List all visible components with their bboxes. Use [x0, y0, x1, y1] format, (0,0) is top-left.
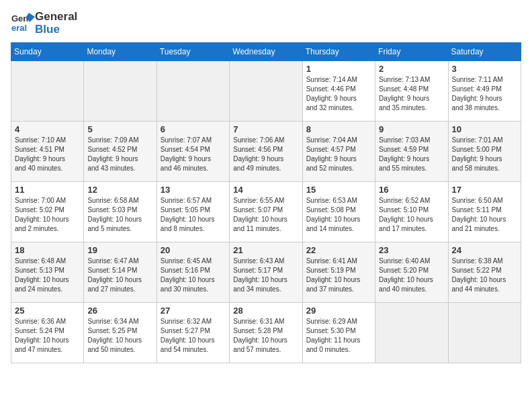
- day-info: Sunrise: 7:00 AMSunset: 5:02 PMDaylight:…: [15, 196, 80, 234]
- calendar-header-monday: Monday: [84, 43, 157, 61]
- day-number: 29: [306, 306, 371, 316]
- calendar-day-cell: 3Sunrise: 7:11 AMSunset: 4:49 PMDaylight…: [448, 61, 521, 122]
- calendar-day-cell: 22Sunrise: 6:41 AMSunset: 5:19 PMDayligh…: [302, 242, 375, 303]
- calendar-day-cell: 12Sunrise: 6:58 AMSunset: 5:03 PMDayligh…: [84, 182, 157, 242]
- calendar-day-cell: [84, 61, 157, 122]
- day-number: 15: [306, 185, 371, 195]
- calendar-day-cell: 13Sunrise: 6:57 AMSunset: 5:05 PMDayligh…: [157, 182, 229, 242]
- calendar-day-cell: 2Sunrise: 7:13 AMSunset: 4:48 PMDaylight…: [375, 61, 448, 122]
- day-info: Sunrise: 6:57 AMSunset: 5:05 PMDaylight:…: [161, 196, 226, 234]
- calendar-day-cell: 19Sunrise: 6:47 AMSunset: 5:14 PMDayligh…: [84, 242, 157, 303]
- logo-blue: Blue: [35, 24, 77, 36]
- day-info: Sunrise: 6:29 AMSunset: 5:30 PMDaylight:…: [306, 317, 371, 355]
- day-number: 25: [15, 306, 80, 316]
- day-info: Sunrise: 7:14 AMSunset: 4:46 PMDaylight:…: [306, 75, 371, 113]
- calendar-day-cell: 27Sunrise: 6:32 AMSunset: 5:27 PMDayligh…: [157, 303, 229, 363]
- day-info: Sunrise: 7:07 AMSunset: 4:54 PMDaylight:…: [161, 136, 226, 173]
- day-number: 28: [233, 306, 298, 316]
- day-number: 22: [306, 245, 371, 255]
- calendar-day-cell: 10Sunrise: 7:01 AMSunset: 5:00 PMDayligh…: [448, 122, 521, 182]
- day-info: Sunrise: 7:13 AMSunset: 4:48 PMDaylight:…: [379, 75, 444, 113]
- day-info: Sunrise: 6:38 AMSunset: 5:22 PMDaylight:…: [452, 257, 517, 294]
- calendar-day-cell: 18Sunrise: 6:48 AMSunset: 5:13 PMDayligh…: [11, 242, 84, 303]
- day-info: Sunrise: 7:11 AMSunset: 4:49 PMDaylight:…: [452, 75, 517, 113]
- day-number: 2: [379, 64, 444, 74]
- logo-container: Gen eral General Blue: [11, 11, 77, 36]
- calendar-header-thursday: Thursday: [302, 43, 375, 61]
- calendar-header-friday: Friday: [375, 43, 448, 61]
- day-info: Sunrise: 6:47 AMSunset: 5:14 PMDaylight:…: [87, 257, 152, 294]
- page-header: Gen eral General Blue: [11, 11, 521, 36]
- calendar-day-cell: 20Sunrise: 6:45 AMSunset: 5:16 PMDayligh…: [157, 242, 229, 303]
- calendar-day-cell: 11Sunrise: 7:00 AMSunset: 5:02 PMDayligh…: [11, 182, 84, 242]
- calendar-day-cell: 4Sunrise: 7:10 AMSunset: 4:51 PMDaylight…: [11, 122, 84, 182]
- day-info: Sunrise: 6:31 AMSunset: 5:28 PMDaylight:…: [233, 317, 298, 355]
- day-number: 12: [87, 185, 152, 195]
- calendar-week-row: 1Sunrise: 7:14 AMSunset: 4:46 PMDaylight…: [11, 61, 521, 122]
- calendar-week-row: 18Sunrise: 6:48 AMSunset: 5:13 PMDayligh…: [11, 242, 521, 303]
- day-number: 16: [379, 185, 444, 195]
- calendar-day-cell: 16Sunrise: 6:52 AMSunset: 5:10 PMDayligh…: [375, 182, 448, 242]
- day-info: Sunrise: 6:41 AMSunset: 5:19 PMDaylight:…: [306, 257, 371, 294]
- calendar-week-row: 4Sunrise: 7:10 AMSunset: 4:51 PMDaylight…: [11, 122, 521, 182]
- day-info: Sunrise: 7:06 AMSunset: 4:56 PMDaylight:…: [233, 136, 298, 173]
- calendar-day-cell: [157, 61, 229, 122]
- calendar-day-cell: 8Sunrise: 7:04 AMSunset: 4:57 PMDaylight…: [302, 122, 375, 182]
- day-number: 6: [161, 124, 226, 134]
- day-number: 24: [452, 245, 517, 255]
- day-info: Sunrise: 7:03 AMSunset: 4:59 PMDaylight:…: [379, 136, 444, 173]
- calendar-day-cell: 26Sunrise: 6:34 AMSunset: 5:25 PMDayligh…: [84, 303, 157, 363]
- calendar-week-row: 25Sunrise: 6:36 AMSunset: 5:24 PMDayligh…: [11, 303, 521, 363]
- day-info: Sunrise: 6:34 AMSunset: 5:25 PMDaylight:…: [87, 317, 152, 355]
- svg-text:eral: eral: [11, 23, 27, 33]
- day-info: Sunrise: 6:58 AMSunset: 5:03 PMDaylight:…: [87, 196, 152, 234]
- day-number: 19: [87, 245, 152, 255]
- calendar-day-cell: 5Sunrise: 7:09 AMSunset: 4:52 PMDaylight…: [84, 122, 157, 182]
- calendar-header-sunday: Sunday: [11, 43, 84, 61]
- calendar-week-row: 11Sunrise: 7:00 AMSunset: 5:02 PMDayligh…: [11, 182, 521, 242]
- calendar-table: SundayMondayTuesdayWednesdayThursdayFrid…: [11, 42, 521, 363]
- calendar-header-row: SundayMondayTuesdayWednesdayThursdayFrid…: [11, 43, 521, 61]
- day-info: Sunrise: 7:09 AMSunset: 4:52 PMDaylight:…: [87, 136, 152, 173]
- day-number: 9: [379, 124, 444, 134]
- calendar-day-cell: 24Sunrise: 6:38 AMSunset: 5:22 PMDayligh…: [448, 242, 521, 303]
- day-info: Sunrise: 6:32 AMSunset: 5:27 PMDaylight:…: [161, 317, 226, 355]
- day-number: 3: [452, 64, 517, 74]
- calendar-day-cell: [230, 61, 302, 122]
- day-number: 27: [161, 306, 226, 316]
- day-info: Sunrise: 7:10 AMSunset: 4:51 PMDaylight:…: [15, 136, 80, 173]
- day-info: Sunrise: 6:50 AMSunset: 5:11 PMDaylight:…: [452, 196, 517, 234]
- day-info: Sunrise: 6:55 AMSunset: 5:07 PMDaylight:…: [233, 196, 298, 234]
- day-number: 14: [233, 185, 298, 195]
- day-info: Sunrise: 6:53 AMSunset: 5:08 PMDaylight:…: [306, 196, 371, 234]
- day-number: 20: [161, 245, 226, 255]
- svg-text:Gen: Gen: [11, 13, 28, 24]
- day-number: 18: [15, 245, 80, 255]
- calendar-day-cell: 15Sunrise: 6:53 AMSunset: 5:08 PMDayligh…: [302, 182, 375, 242]
- day-number: 8: [306, 124, 371, 134]
- calendar-day-cell: 23Sunrise: 6:40 AMSunset: 5:20 PMDayligh…: [375, 242, 448, 303]
- logo-icon: Gen eral: [11, 11, 35, 36]
- calendar-day-cell: [11, 61, 84, 122]
- calendar-day-cell: 7Sunrise: 7:06 AMSunset: 4:56 PMDaylight…: [230, 122, 302, 182]
- calendar-header-wednesday: Wednesday: [230, 43, 302, 61]
- calendar-day-cell: 25Sunrise: 6:36 AMSunset: 5:24 PMDayligh…: [11, 303, 84, 363]
- day-info: Sunrise: 6:40 AMSunset: 5:20 PMDaylight:…: [379, 257, 444, 294]
- calendar-day-cell: 9Sunrise: 7:03 AMSunset: 4:59 PMDaylight…: [375, 122, 448, 182]
- day-number: 21: [233, 245, 298, 255]
- logo: Gen eral General Blue: [11, 11, 77, 36]
- day-info: Sunrise: 6:48 AMSunset: 5:13 PMDaylight:…: [15, 257, 80, 294]
- day-info: Sunrise: 7:01 AMSunset: 5:00 PMDaylight:…: [452, 136, 517, 173]
- calendar-day-cell: 14Sunrise: 6:55 AMSunset: 5:07 PMDayligh…: [230, 182, 302, 242]
- calendar-header-tuesday: Tuesday: [157, 43, 229, 61]
- calendar-day-cell: 6Sunrise: 7:07 AMSunset: 4:54 PMDaylight…: [157, 122, 229, 182]
- calendar-day-cell: 1Sunrise: 7:14 AMSunset: 4:46 PMDaylight…: [302, 61, 375, 122]
- day-number: 10: [452, 124, 517, 134]
- day-info: Sunrise: 6:52 AMSunset: 5:10 PMDaylight:…: [379, 196, 444, 234]
- calendar-day-cell: [375, 303, 448, 363]
- calendar-header-saturday: Saturday: [448, 43, 521, 61]
- day-info: Sunrise: 6:36 AMSunset: 5:24 PMDaylight:…: [15, 317, 80, 355]
- day-number: 1: [306, 64, 371, 74]
- calendar-day-cell: 29Sunrise: 6:29 AMSunset: 5:30 PMDayligh…: [302, 303, 375, 363]
- day-info: Sunrise: 7:04 AMSunset: 4:57 PMDaylight:…: [306, 136, 371, 173]
